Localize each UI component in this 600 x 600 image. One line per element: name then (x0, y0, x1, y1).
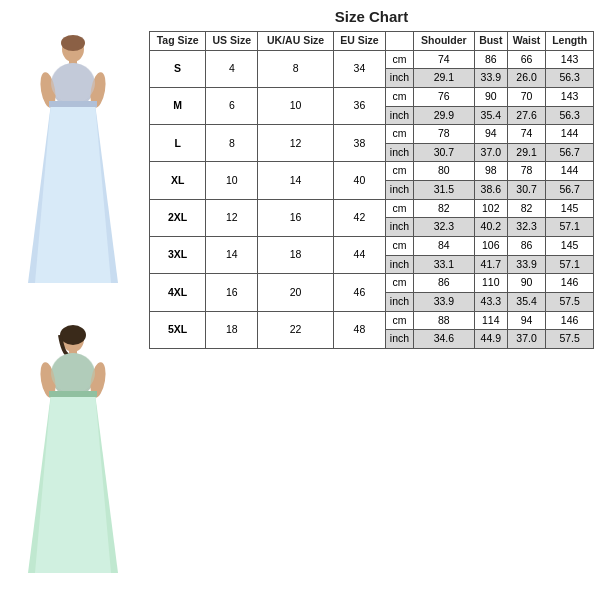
unit-inch-cell: inch (385, 292, 413, 311)
bust-cm: 86 (474, 50, 507, 69)
table-row: 3XL 14 18 44 cm 84 106 86 145 (150, 237, 594, 256)
bust-cm: 110 (474, 274, 507, 293)
waist-cm: 94 (507, 311, 545, 330)
length-cm: 146 (546, 274, 594, 293)
table-row: S 4 8 34 cm 74 86 66 143 (150, 50, 594, 69)
svg-marker-17 (35, 393, 111, 573)
shoulder-cm: 82 (413, 199, 474, 218)
uk-size-cell: 10 (258, 87, 334, 124)
unit-cm-cell: cm (385, 125, 413, 144)
svg-rect-19 (49, 391, 97, 397)
size-chart-table: Tag Size US Size UK/AU Size EU Size Shou… (149, 31, 594, 349)
table-row: 4XL 16 20 46 cm 86 110 90 146 (150, 274, 594, 293)
shoulder-inch: 33.9 (413, 292, 474, 311)
unit-cm-cell: cm (385, 87, 413, 106)
waist-inch: 37.0 (507, 330, 545, 349)
unit-cm-cell: cm (385, 274, 413, 293)
bust-inch: 41.7 (474, 255, 507, 274)
waist-cm: 82 (507, 199, 545, 218)
page-container: Size Chart Tag Size US Size UK/AU Size E… (0, 0, 600, 600)
table-row: XL 10 14 40 cm 80 98 78 144 (150, 162, 594, 181)
length-cm: 143 (546, 50, 594, 69)
eu-size-cell: 46 (333, 274, 385, 311)
unit-cm-cell: cm (385, 311, 413, 330)
dress-image-blue (13, 35, 133, 275)
length-cm: 145 (546, 199, 594, 218)
us-size-cell: 18 (206, 311, 258, 348)
tag-size-cell: S (150, 50, 206, 87)
eu-size-cell: 40 (333, 162, 385, 199)
length-inch: 56.7 (546, 181, 594, 200)
col-header-bust: Bust (474, 32, 507, 51)
unit-inch-cell: inch (385, 106, 413, 125)
svg-point-11 (60, 325, 86, 345)
shoulder-inch: 29.1 (413, 69, 474, 88)
tag-size-cell: 3XL (150, 237, 206, 274)
eu-size-cell: 38 (333, 125, 385, 162)
unit-inch-cell: inch (385, 218, 413, 237)
us-size-cell: 4 (206, 50, 258, 87)
col-header-us: US Size (206, 32, 258, 51)
shoulder-inch: 34.6 (413, 330, 474, 349)
us-size-cell: 6 (206, 87, 258, 124)
waist-inch: 26.0 (507, 69, 545, 88)
unit-cm-cell: cm (385, 50, 413, 69)
length-cm: 145 (546, 237, 594, 256)
unit-cm-cell: cm (385, 199, 413, 218)
table-row: 5XL 18 22 48 cm 88 114 94 146 (150, 311, 594, 330)
us-size-cell: 8 (206, 125, 258, 162)
bust-cm: 94 (474, 125, 507, 144)
dress-image-green (13, 325, 133, 565)
bust-cm: 98 (474, 162, 507, 181)
shoulder-cm: 84 (413, 237, 474, 256)
us-size-cell: 12 (206, 199, 258, 236)
tag-size-cell: L (150, 125, 206, 162)
uk-size-cell: 8 (258, 50, 334, 87)
waist-inch: 32.3 (507, 218, 545, 237)
table-column: Size Chart Tag Size US Size UK/AU Size E… (145, 0, 600, 600)
us-size-cell: 10 (206, 162, 258, 199)
waist-cm: 78 (507, 162, 545, 181)
col-header-eu: EU Size (333, 32, 385, 51)
bust-inch: 37.0 (474, 143, 507, 162)
col-header-tag: Tag Size (150, 32, 206, 51)
waist-inch: 29.1 (507, 143, 545, 162)
unit-inch-cell: inch (385, 255, 413, 274)
svg-rect-9 (49, 101, 97, 107)
svg-point-18 (51, 353, 95, 393)
shoulder-cm: 80 (413, 162, 474, 181)
waist-inch: 33.9 (507, 255, 545, 274)
bust-cm: 106 (474, 237, 507, 256)
shoulder-cm: 88 (413, 311, 474, 330)
bust-cm: 114 (474, 311, 507, 330)
bust-inch: 43.3 (474, 292, 507, 311)
eu-size-cell: 42 (333, 199, 385, 236)
col-header-uk: UK/AU Size (258, 32, 334, 51)
us-size-cell: 16 (206, 274, 258, 311)
waist-cm: 90 (507, 274, 545, 293)
waist-inch: 30.7 (507, 181, 545, 200)
length-inch: 56.3 (546, 69, 594, 88)
length-cm: 144 (546, 162, 594, 181)
waist-cm: 74 (507, 125, 545, 144)
shoulder-cm: 74 (413, 50, 474, 69)
col-header-length: Length (546, 32, 594, 51)
length-cm: 144 (546, 125, 594, 144)
eu-size-cell: 44 (333, 237, 385, 274)
tag-size-cell: M (150, 87, 206, 124)
chart-title: Size Chart (149, 8, 594, 25)
uk-size-cell: 22 (258, 311, 334, 348)
length-inch: 56.7 (546, 143, 594, 162)
length-inch: 57.5 (546, 330, 594, 349)
col-header-waist: Waist (507, 32, 545, 51)
bust-inch: 33.9 (474, 69, 507, 88)
eu-size-cell: 48 (333, 311, 385, 348)
svg-marker-7 (35, 103, 111, 283)
unit-cm-cell: cm (385, 237, 413, 256)
shoulder-inch: 31.5 (413, 181, 474, 200)
waist-cm: 86 (507, 237, 545, 256)
unit-inch-cell: inch (385, 181, 413, 200)
length-inch: 57.1 (546, 255, 594, 274)
waist-inch: 27.6 (507, 106, 545, 125)
shoulder-cm: 76 (413, 87, 474, 106)
